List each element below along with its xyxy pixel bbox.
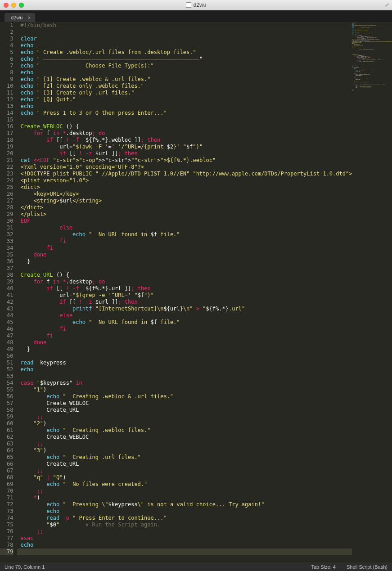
code-line[interactable]: ;; <box>17 488 352 495</box>
code-line[interactable]: echo " No URL found in $f file." <box>17 319 352 326</box>
code-line[interactable]: echo <box>17 508 352 515</box>
code-line[interactable]: Create_URL <box>17 461 352 468</box>
line-number: 39 <box>0 279 14 285</box>
line-number: 42 <box>0 299 14 306</box>
code-line[interactable]: </plist> <box>17 211 352 218</box>
code-line[interactable]: echo " —————————————————————————————————… <box>17 56 352 63</box>
code-line[interactable]: #!/bin/bash <box>17 22 352 29</box>
code-line[interactable]: Create_URL () { <box>17 272 352 279</box>
code-line[interactable] <box>17 29 352 36</box>
code-line[interactable]: echo " Creating .url files." <box>17 454 352 461</box>
code-line[interactable]: Create_WEBLOC <box>17 434 352 441</box>
code-line[interactable]: <!DOCTYPE plist PUBLIC "-//Apple//DTD PL… <box>17 171 352 177</box>
status-cursor-position[interactable]: Line 79, Column 1 <box>5 564 45 570</box>
code-line[interactable]: fi <box>17 333 352 339</box>
code-line[interactable]: "$0" # Run the Script again. <box>17 522 352 528</box>
code-line[interactable]: echo " [2] Create only .webloc files." <box>17 83 352 90</box>
code-line[interactable]: <?xml version="1.0" encoding="UTF-8"?> <box>17 164 352 171</box>
code-line[interactable]: echo <box>17 103 352 110</box>
code-line[interactable]: Create_WEBLOC () { <box>17 123 352 130</box>
code-line[interactable]: "1") <box>17 387 352 393</box>
statusbar: Line 79, Column 1 Tab Size: 4 Shell Scri… <box>0 562 392 571</box>
tab-d2wu[interactable]: d2wu × <box>5 13 35 22</box>
code-line[interactable] <box>17 353 352 360</box>
code-line[interactable]: echo " Creating .webloc & .url files." <box>17 393 352 400</box>
line-number: 68 <box>0 474 14 481</box>
code-line[interactable]: esac <box>17 535 352 542</box>
fullscreen-icon[interactable]: ⤢ <box>385 2 389 8</box>
code-line[interactable]: </dict> <box>17 204 352 211</box>
code-line[interactable]: ;; <box>17 441 352 447</box>
code-line[interactable] <box>17 373 352 380</box>
code-line[interactable]: echo <box>17 542 352 549</box>
code-line[interactable]: if [[ ! -f ${f%.*}.webloc ]]; then <box>17 137 352 144</box>
code-line[interactable]: if [[ ! -z $url ]]; then <box>17 150 352 157</box>
code-line[interactable]: for f in *.desktop; do <box>17 130 352 137</box>
code-line[interactable] <box>17 549 352 555</box>
code-line[interactable]: Create_URL <box>17 407 352 414</box>
line-number: 3 <box>0 36 14 42</box>
code-line[interactable]: fi <box>17 245 352 252</box>
code-line[interactable]: fi <box>17 326 352 333</box>
code-line[interactable]: else <box>17 225 352 231</box>
code-line[interactable]: echo " No files were created." <box>17 481 352 488</box>
line-number: 35 <box>0 252 14 258</box>
code-line[interactable]: read keypress <box>17 360 352 366</box>
code-line[interactable]: } <box>17 346 352 353</box>
code-line[interactable]: <dict> <box>17 184 352 191</box>
code-line[interactable]: echo " Create .webloc/.url files from .d… <box>17 49 352 56</box>
code-line[interactable]: echo " No URL found in $f file." <box>17 231 352 238</box>
code-line[interactable]: case "$keypress" in <box>17 380 352 387</box>
code-line[interactable] <box>17 117 352 123</box>
code-line[interactable]: echo " [Q] Quit." <box>17 96 352 103</box>
code-line[interactable]: echo " [3] Create only .url files." <box>17 90 352 96</box>
code-line[interactable]: printf "[InternetShortcut]\n${url}\n" > … <box>17 306 352 312</box>
line-number: 31 <box>0 225 14 231</box>
line-number: 33 <box>0 238 14 245</box>
code-line[interactable]: echo " Choose File Type(s):" <box>17 63 352 69</box>
code-line[interactable]: echo " Press 1 to 3 or Q then press Ente… <box>17 110 352 117</box>
code-line[interactable]: done <box>17 339 352 346</box>
code-line[interactable]: echo " Pressing \"$keypress\" is not a v… <box>17 501 352 508</box>
status-syntax[interactable]: Shell Script (Bash) <box>347 564 387 570</box>
code-line[interactable]: echo <box>17 69 352 76</box>
code-line[interactable]: echo " [1] Create .webloc & .url files." <box>17 76 352 83</box>
window-title-text: d2wu <box>194 2 207 8</box>
code-line[interactable]: *) <box>17 495 352 501</box>
code-line[interactable]: echo <box>17 42 352 49</box>
line-number: 8 <box>0 69 14 76</box>
code-line[interactable]: <key>URL</key> <box>17 191 352 198</box>
code-line[interactable]: if [[ ! -f ${f%.*}.url ]]; then <box>17 285 352 292</box>
code-line[interactable] <box>17 265 352 272</box>
line-number: 15 <box>0 117 14 123</box>
code-line[interactable]: echo " Creating .webloc files." <box>17 427 352 434</box>
code-line[interactable]: else <box>17 312 352 319</box>
tab-close-icon[interactable]: × <box>28 15 31 20</box>
code-line[interactable]: <string>$url</string> <box>17 198 352 204</box>
code-line[interactable]: fi <box>17 238 352 245</box>
code-line[interactable]: read -p " Press Enter to continue..." <box>17 515 352 522</box>
code-line[interactable]: "q" | "Q") <box>17 474 352 481</box>
code-line[interactable]: echo <box>17 366 352 373</box>
code-line[interactable]: cat <<EOF "c-str">"c-op">>"c-str">""c-st… <box>17 157 352 164</box>
code-line[interactable]: } <box>17 258 352 265</box>
code-line[interactable]: for f in *.desktop; do <box>17 279 352 285</box>
code-line[interactable]: if [[ ! -z $url ]]; then <box>17 299 352 306</box>
minimap[interactable]: #!/bin/bashclearechoecho " Create .weblo… <box>352 22 392 562</box>
code-area[interactable]: #!/bin/bashclearechoecho " Create .weblo… <box>17 22 352 562</box>
code-line[interactable]: Create_WEBLOC <box>17 400 352 407</box>
code-line[interactable]: done <box>17 252 352 258</box>
code-line[interactable]: clear <box>17 36 352 42</box>
code-line[interactable]: "3") <box>17 447 352 454</box>
code-line[interactable]: url="$(awk -F '=' '/^URL=/{print $2}' "$… <box>17 144 352 150</box>
line-number: 28 <box>0 204 14 211</box>
code-line[interactable]: ;; <box>17 468 352 474</box>
code-line[interactable]: ;; <box>17 528 352 535</box>
code-line[interactable]: "2") <box>17 420 352 427</box>
code-line[interactable]: EOF <box>17 218 352 225</box>
code-line[interactable]: <plist version="1.0"> <box>17 177 352 184</box>
status-tab-size[interactable]: Tab Size: 4 <box>311 564 335 570</box>
code-line[interactable]: url="$(grep -e '^URL=' "$f")" <box>17 292 352 299</box>
code-line[interactable]: ;; <box>17 414 352 420</box>
line-number: 41 <box>0 292 14 299</box>
